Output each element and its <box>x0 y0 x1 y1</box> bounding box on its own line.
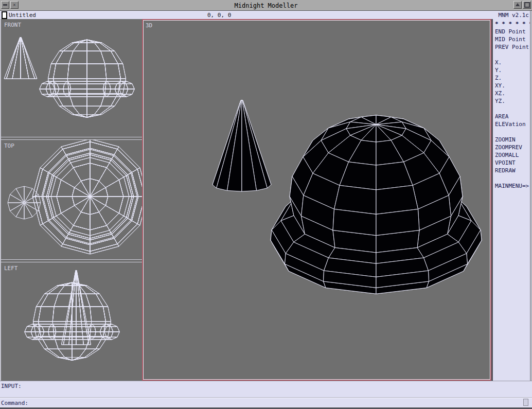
viewport-front[interactable]: FRONT <box>1 19 142 137</box>
top-wireframe-canvas[interactable] <box>1 140 142 259</box>
command-prompt[interactable]: Command: <box>1 400 28 406</box>
viewport-3d-label: 3D <box>146 22 152 29</box>
status-bar: Untitled 0, 0, 0 MNM v2.1c <box>0 11 532 19</box>
window-title: Midnight Modeller <box>0 2 532 9</box>
sidebar-menu: * * * * * *END PointMID PointPREV PointX… <box>491 19 530 381</box>
maximize-icon <box>524 2 530 8</box>
sidebar-gap <box>493 51 530 59</box>
window-right-border <box>530 11 532 409</box>
sidebar-item-stars[interactable]: * * * * * * <box>493 20 530 28</box>
sidebar-item-xy[interactable]: XY. <box>493 82 530 90</box>
minimize-icon <box>516 3 520 6</box>
resize-grip[interactable] <box>523 399 528 406</box>
sidebar-item-elevation[interactable]: ELEVation <box>493 120 530 128</box>
viewport-3d[interactable]: 3D <box>142 19 491 381</box>
cursor-coordinates: 0, 0, 0 <box>207 12 231 19</box>
sidebar-item-y[interactable]: Y. <box>493 66 530 74</box>
viewport-left-label: LEFT <box>4 265 18 272</box>
front-wireframe-canvas[interactable] <box>1 19 142 137</box>
sidebar-item-mainmenu[interactable]: MAINMENU=> <box>493 182 530 190</box>
sidebar-item-vpoint[interactable]: VPOINT <box>493 159 530 167</box>
document-icon[interactable] <box>2 11 7 19</box>
sidebar-gap <box>493 128 530 136</box>
sidebar-item-xz[interactable]: XZ. <box>493 90 530 97</box>
sidebar-item-x[interactable]: X. <box>493 59 530 66</box>
titlebar: ✕ Midnight Modeller <box>0 0 532 11</box>
sidebar-item-zoomprev[interactable]: ZOOMPREV <box>493 144 530 151</box>
window-bottom-border <box>0 407 532 409</box>
sidebar-gap <box>493 174 530 182</box>
console-divider <box>0 397 532 398</box>
sidebar-gap <box>493 105 530 113</box>
sidebar-item-redraw[interactable]: REDRAW <box>493 167 530 174</box>
app-version: MNM v2.1c <box>498 12 529 19</box>
viewport-front-label: FRONT <box>4 22 21 28</box>
console-panel: INPUT: Command: <box>0 381 532 409</box>
viewport-left[interactable]: LEFT <box>1 262 142 381</box>
sidebar-item-yz[interactable]: YZ. <box>493 97 530 105</box>
render-3d-canvas[interactable] <box>143 20 490 380</box>
window-maximize-button[interactable] <box>523 1 531 9</box>
viewport-top-label: TOP <box>4 143 14 149</box>
input-prompt[interactable]: INPUT: <box>1 383 22 389</box>
window-minimize-button[interactable] <box>513 1 522 9</box>
sidebar-item-area[interactable]: AREA <box>493 113 530 120</box>
ortho-viewport-column: FRONT TOP LEFT <box>0 19 142 381</box>
left-wireframe-canvas[interactable] <box>1 262 142 381</box>
sidebar-item-prev-point[interactable]: PREV Point <box>493 43 530 51</box>
sidebar-item-mid-point[interactable]: MID Point <box>493 35 530 43</box>
sidebar-item-zoomall[interactable]: ZOOMALL <box>493 151 530 159</box>
sidebar-item-zoomin[interactable]: ZOOMIN <box>493 136 530 144</box>
viewport-top[interactable]: TOP <box>1 140 142 259</box>
sidebar-item-z[interactable]: Z. <box>493 74 530 82</box>
sidebar-item-end-point[interactable]: END Point <box>493 28 530 35</box>
document-name: Untitled <box>9 12 36 19</box>
